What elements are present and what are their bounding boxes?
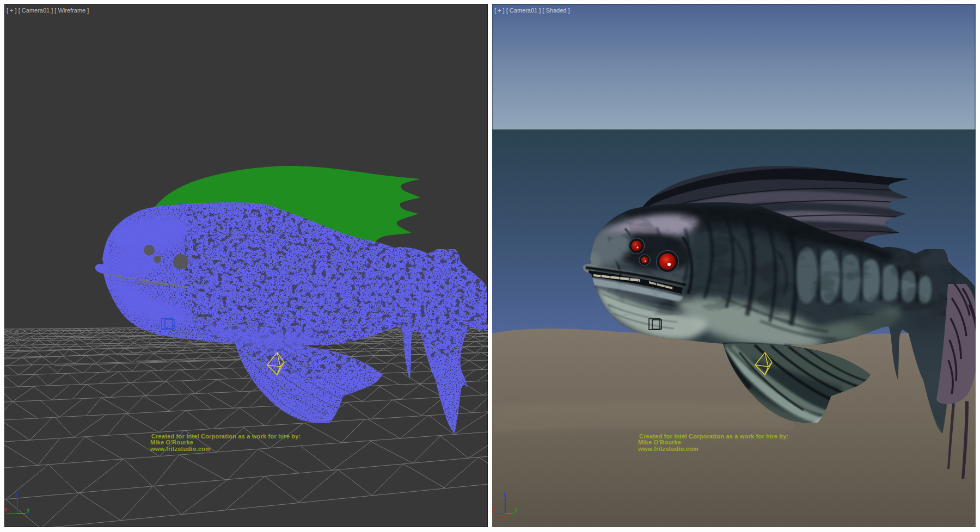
svg-text:www.fritzstudio.com: www.fritzstudio.com: [150, 446, 211, 452]
svg-text:Mike O'Rourke: Mike O'Rourke: [150, 439, 193, 446]
svg-text:[ + ] [ Camera01 ] [ Wireframe: [ + ] [ Camera01 ] [ Wireframe ]: [7, 7, 89, 14]
svg-text:y: y: [514, 507, 518, 513]
svg-text:Mike O'Rourke: Mike O'Rourke: [638, 439, 681, 446]
svg-text:z: z: [503, 492, 506, 498]
svg-text:[ + ] [ Camera01 ] [ Shaded ]: [ + ] [ Camera01 ] [ Shaded ]: [494, 7, 570, 14]
svg-text:www.fritzstudio.com: www.fritzstudio.com: [638, 446, 699, 452]
svg-text:x: x: [4, 506, 8, 512]
svg-text:z: z: [15, 492, 18, 498]
svg-text:y: y: [27, 507, 30, 513]
svg-text:x: x: [492, 506, 495, 512]
